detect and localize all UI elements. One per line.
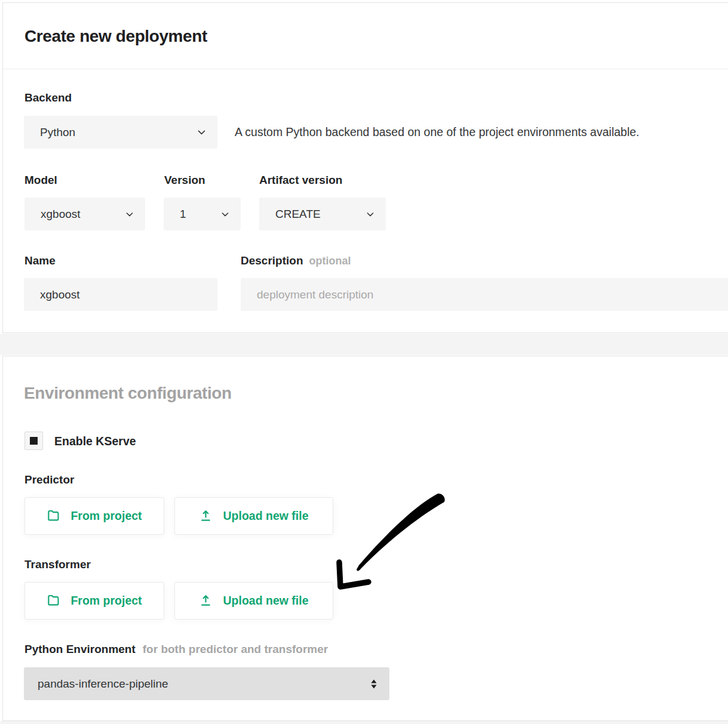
artifact-version-select[interactable]: CREATE (259, 198, 386, 230)
kserve-checkbox[interactable] (24, 432, 43, 450)
backend-select-value: Python (40, 126, 75, 139)
button-label: From project (70, 594, 142, 608)
button-label: From project (70, 509, 142, 523)
transformer-label: Transformer (24, 558, 91, 571)
name-input[interactable] (24, 278, 217, 311)
chevron-down-icon (220, 210, 230, 219)
artifact-version-label: Artifact version (259, 174, 342, 187)
button-label: Upload new file (223, 594, 308, 608)
predictor-from-project-button[interactable]: From project (24, 497, 164, 535)
button-label: Upload new file (223, 509, 308, 523)
description-label: Description (241, 254, 303, 267)
folder-icon (47, 594, 60, 608)
environment-configuration-title: Environment configuration (24, 384, 232, 403)
backend-select[interactable]: Python (24, 116, 217, 149)
version-label: Version (164, 174, 205, 187)
folder-icon (47, 509, 60, 523)
artifact-version-select-value: CREATE (275, 208, 321, 221)
chevron-down-icon (365, 210, 375, 219)
optional-tag: optional (309, 255, 351, 267)
upload-icon (199, 509, 213, 523)
model-label: Model (24, 174, 57, 187)
up-down-arrows-icon (369, 678, 379, 690)
predictor-upload-new-file-button[interactable]: Upload new file (174, 497, 333, 535)
page-gap-strip (0, 334, 728, 355)
description-input[interactable] (241, 278, 728, 311)
create-deployment-card: Create new deployment Backend Python A c… (2, 2, 728, 333)
python-environment-hint: for both predictor and transformer (143, 643, 328, 655)
checkbox-checked-mark (30, 437, 38, 445)
version-select-value: 1 (180, 208, 186, 221)
description-label-row: Descriptionoptional (241, 254, 351, 267)
chevron-down-icon (196, 127, 207, 137)
python-environment-label-row: Python Environmentfor both predictor and… (24, 643, 328, 656)
backend-label: Backend (24, 91, 72, 104)
backend-help-text: A custom Python backend based on one of … (235, 116, 640, 149)
version-select[interactable]: 1 (164, 198, 241, 230)
model-select-value: xgboost (41, 208, 81, 221)
chevron-down-icon (125, 210, 134, 219)
kserve-label: Enable KServe (54, 435, 136, 448)
transformer-upload-new-file-button[interactable]: Upload new file (174, 582, 333, 620)
python-environment-select-value: pandas-inference-pipeline (38, 677, 168, 691)
python-environment-select[interactable]: pandas-inference-pipeline (24, 667, 389, 700)
predictor-label: Predictor (24, 473, 74, 486)
name-label: Name (24, 254, 56, 267)
upload-icon (199, 594, 213, 608)
python-environment-label: Python Environment (24, 643, 136, 655)
transformer-from-project-button[interactable]: From project (24, 582, 164, 620)
annotation-arrow (332, 488, 451, 593)
model-select[interactable]: xgboost (24, 198, 145, 230)
page-bottom-strip (0, 721, 728, 724)
page-title: Create new deployment (24, 27, 207, 46)
header-divider (3, 69, 728, 69)
